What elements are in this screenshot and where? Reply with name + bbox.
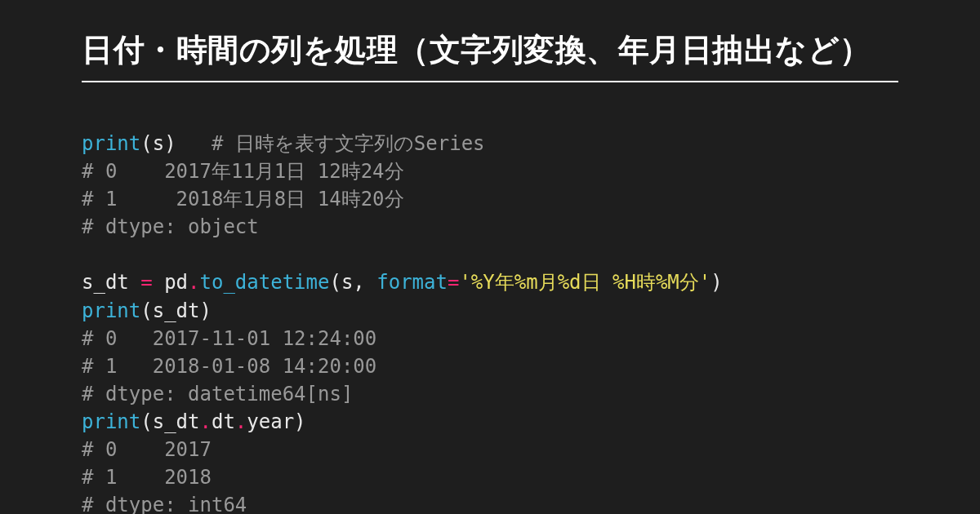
code-line: # dtype: object <box>82 215 259 238</box>
code-line: # 1 2018年1月8日 14時20分 <box>82 188 404 210</box>
document-container: 日付・時間の列を処理（文字列変換、年月日抽出など） print(s) # 日時を… <box>0 0 980 514</box>
code-line: # dtype: int64 <box>82 494 247 514</box>
kw-format: format <box>376 271 448 294</box>
paren: (s) <box>140 132 212 155</box>
page-title: 日付・時間の列を処理（文字列変換、年月日抽出など） <box>82 29 898 82</box>
code-line: # dtype: datetime64[ns] <box>82 383 353 405</box>
code-block: print(s) # 日時を表す文字列のSeries # 0 2017年11月1… <box>82 102 898 514</box>
paren: ) <box>294 410 305 433</box>
fn-print: print <box>82 299 140 322</box>
op-eq: = <box>448 271 459 294</box>
paren: (s_dt <box>140 410 199 433</box>
code-line: print(s_dt) <box>82 299 212 322</box>
code-line: # 0 2017 <box>82 438 212 461</box>
code-line: print(s_dt.dt.year) <box>82 410 306 433</box>
attr: dt <box>212 410 235 433</box>
dot: . <box>200 410 212 433</box>
code-line: s_dt = pd.to_datetime(s, format='%Y年%m月%… <box>82 271 723 294</box>
var: s_dt <box>82 271 140 294</box>
code-line: print(s) # 日時を表す文字列のSeries <box>82 132 485 155</box>
code-line: # 0 2017-11-01 12:24:00 <box>82 327 376 350</box>
fn-print: print <box>82 132 140 155</box>
code-line: # 1 2018 <box>82 466 212 489</box>
paren: (s_dt) <box>140 299 212 322</box>
paren: (s, <box>329 271 376 294</box>
paren: ) <box>710 271 722 294</box>
dot: . <box>235 410 247 433</box>
attr: year <box>247 410 294 433</box>
op-eq: = <box>140 271 152 294</box>
code-line: # 0 2017年11月1日 12時24分 <box>82 160 404 183</box>
string: '%Y年%m月%d日 %H時%M分' <box>459 271 710 294</box>
fn-to-datetime: to_datetime <box>200 271 330 294</box>
mod: pd <box>153 271 188 294</box>
code-line: # 1 2018-01-08 14:20:00 <box>82 355 376 378</box>
dot: . <box>188 271 199 294</box>
fn-print: print <box>82 410 140 433</box>
comment: # 日時を表す文字列のSeries <box>212 132 485 155</box>
